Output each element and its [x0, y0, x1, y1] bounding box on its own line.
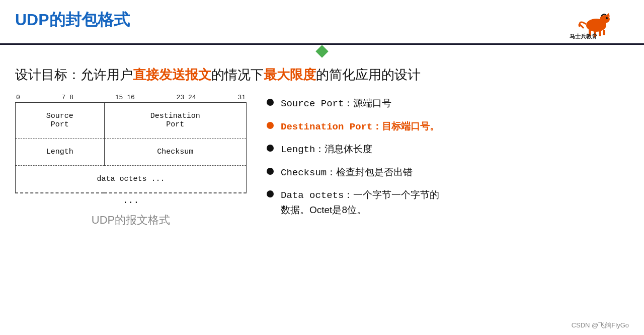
bullet-dot-3	[267, 145, 274, 152]
design-goal-middle: 的情况下	[211, 67, 264, 82]
svg-rect-5	[599, 30, 601, 36]
table-row: data octets ...	[16, 166, 247, 193]
list-item: Destination Port：目标端口号。	[267, 119, 629, 135]
svg-point-7	[606, 17, 608, 19]
table-row: Source Port Destination Port	[16, 103, 247, 139]
header: UDP的封包格式	[0, 0, 644, 45]
bullet-dot-4	[267, 168, 274, 175]
destination-port-cell: Destination Port	[104, 103, 246, 139]
diagram-area: 0 7 8 15 16 23 24 31 Source Port Destina…	[15, 94, 247, 228]
design-goal: 设计目标：允许用户直接发送报文的情况下最大限度的简化应用的设计	[0, 56, 644, 89]
dots-cell: ...	[16, 193, 247, 208]
list-item: Checksum：检查封包是否出错	[267, 165, 629, 180]
diamond-divider	[0, 47, 644, 56]
svg-point-1	[600, 15, 610, 23]
bullet-text-3: Length：消息体长度	[281, 142, 372, 157]
diagram-caption: UDP的报文格式	[15, 213, 247, 228]
page-title: UDP的封包格式	[15, 9, 130, 31]
udp-diagram: Source Port Destination Port Length Chec…	[15, 102, 247, 208]
bullet-text-4: Checksum：检查封包是否出错	[281, 165, 413, 180]
list-item: Data octets：一个字节一个字节的数据。Octet是8位。	[267, 188, 629, 217]
svg-text:马士兵教育: 马士兵教育	[570, 33, 598, 39]
source-port-cell: Source Port	[16, 103, 105, 139]
checksum-cell: Checksum	[104, 139, 246, 166]
bullet-dot-5	[267, 190, 274, 197]
bullet-text-2: Destination Port：目标端口号。	[281, 119, 439, 135]
list-item: Source Port：源端口号	[267, 96, 629, 111]
design-goal-suffix: 的简化应用的设计	[316, 67, 421, 82]
length-cell: Length	[16, 139, 105, 166]
dots-row: ...	[16, 193, 247, 208]
bullet-text-1: Source Port：源端口号	[281, 96, 391, 111]
footer: CSDN @飞鸽FlyGo	[572, 321, 629, 330]
table-row: Length Checksum	[16, 139, 247, 166]
main-content: 0 7 8 15 16 23 24 31 Source Port Destina…	[0, 89, 644, 233]
data-octets-cell: data octets ...	[16, 166, 247, 193]
bullet-dot-1	[267, 99, 274, 106]
bit-labels: 0 7 8 15 16 23 24 31	[15, 94, 247, 101]
design-goal-highlight2: 最大限度	[264, 67, 316, 82]
design-goal-prefix: 设计目标：允许用户	[15, 67, 133, 82]
list-item: Length：消息体长度	[267, 142, 629, 157]
design-goal-highlight1: 直接发送报文	[133, 67, 211, 82]
logo-icon: 马士兵教育 www.mashibing.com	[569, 9, 629, 39]
logo-area: 马士兵教育 www.mashibing.com	[569, 9, 629, 39]
svg-rect-6	[603, 30, 605, 35]
bullet-dot-2	[267, 122, 274, 129]
bullet-list: Source Port：源端口号 Destination Port：目标端口号。…	[267, 94, 629, 228]
bullet-text-5: Data octets：一个字节一个字节的数据。Octet是8位。	[281, 188, 439, 217]
footer-text: CSDN @飞鸽FlyGo	[572, 321, 629, 329]
